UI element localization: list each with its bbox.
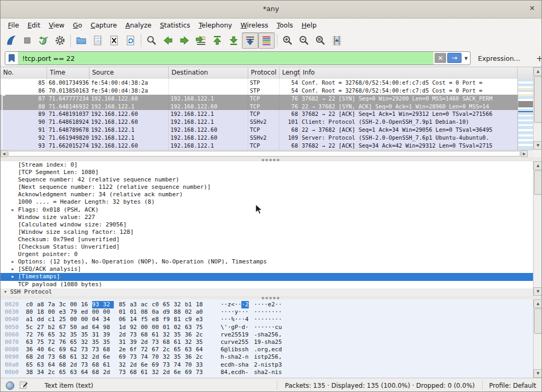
bytes-vscrollbar[interactable]: ▲ ▼	[533, 299, 542, 378]
menu-telephony[interactable]: Telephony	[194, 20, 236, 31]
packet-list-minimap[interactable]	[518, 79, 533, 150]
detail-line-11[interactable]: [Checksum Status: Unverified]	[1, 243, 533, 251]
collapsed-arrow-icon[interactable]: ▶	[12, 206, 14, 214]
collapsed-arrow-icon[interactable]: ▶	[12, 258, 14, 266]
packet-list-hscroll-thumb[interactable]	[8, 151, 520, 157]
hex-row-00a0[interactable]: 00a0656364682d736861322d6e6973747033ecdh…	[1, 361, 533, 369]
go-to-packet-button[interactable]	[193, 32, 209, 49]
packet-list-hscrollbar[interactable]: ◀ ▶	[1, 150, 533, 157]
auto-scroll-button[interactable]	[242, 32, 258, 49]
scroll-up-icon[interactable]: ▲	[534, 67, 542, 76]
menu-view[interactable]: View	[44, 20, 69, 31]
packet-row-86[interactable]: 8670.013850163fe:54:00:d4:38:2aSTP54Conf…	[1, 87, 518, 95]
zoom-original-button[interactable]	[312, 32, 329, 49]
detail-line-2[interactable]: Sequence number: 42 (relative sequence n…	[1, 176, 533, 184]
collapsed-arrow-icon[interactable]: ▶	[12, 273, 14, 280]
packet-row-85[interactable]: 8568.001734936fe:54:00:d4:38:2aSTP54Conf…	[1, 79, 518, 87]
packet-row-87[interactable]: 8771.647777234192.168.122.60192.168.122.…	[1, 95, 518, 103]
packet-list-vscroll-thumb[interactable]	[534, 76, 542, 123]
menu-edit[interactable]: Edit	[23, 20, 44, 31]
packet-row-91[interactable]: 9171.648789678192.168.122.1192.168.122.6…	[1, 126, 518, 134]
hex-row-0070[interactable]: 0070637572766532353531392d7368613235curv…	[1, 339, 533, 346]
expression-button[interactable]: Expression...	[478, 54, 520, 62]
filter-dropdown-icon[interactable]: ▼	[462, 52, 470, 65]
menu-capture[interactable]: Capture	[86, 20, 121, 31]
detail-line-17[interactable]: ▼SSH Protocol	[1, 288, 533, 296]
column-header-source[interactable]: Source	[89, 67, 169, 79]
scroll-left-icon[interactable]: ◀	[1, 150, 7, 157]
hex-row-0050[interactable]: 00505c27b26750ad64981d92000001026375\'·g…	[1, 324, 533, 331]
stop-capture-button[interactable]	[19, 32, 35, 49]
scroll-down-icon[interactable]: ▼	[534, 287, 542, 296]
details-vscrollbar[interactable]: ▲ ▼	[533, 161, 542, 296]
add-filter-button[interactable]: +	[534, 53, 542, 63]
menu-help[interactable]: Help	[297, 20, 321, 31]
go-first-button[interactable]	[209, 32, 225, 49]
filter-bookmark-icon[interactable]	[5, 52, 19, 65]
filter-apply-button[interactable]: →	[447, 53, 462, 63]
close-file-button[interactable]	[106, 32, 122, 49]
scroll-up-icon[interactable]: ▲	[534, 161, 542, 170]
find-packet-button[interactable]	[143, 32, 160, 49]
hex-row-00b0[interactable]: 00b038342c656364682d736861322d6e697384,e…	[1, 369, 533, 376]
menu-statistics[interactable]: Statistics	[156, 20, 194, 31]
open-file-button[interactable]	[73, 32, 89, 49]
detail-line-4[interactable]: Acknowledgment number: 34 (relative ack …	[1, 191, 533, 198]
detail-line-5[interactable]: 1000 .... = Header Length: 32 bytes (8)	[1, 198, 533, 206]
detail-line-16[interactable]: TCP payload (1080 bytes)	[1, 281, 533, 288]
save-file-button[interactable]: 010111010110	[89, 32, 106, 49]
packet-row-88[interactable]: 8871.648146932192.168.122.1192.168.122.6…	[1, 103, 518, 111]
column-header-info[interactable]: Info	[300, 67, 518, 79]
detail-line-13[interactable]: ▶Options: (12 bytes), No-Operation (NOP)…	[1, 258, 533, 266]
detail-line-9[interactable]: [Window size scaling factor: 128]	[1, 229, 533, 236]
hex-row-0040[interactable]: 0040a1ddc125000004340614f5e8f981c9e3···%…	[1, 316, 533, 323]
detail-line-7[interactable]: Window size value: 227	[1, 214, 533, 221]
scroll-down-icon[interactable]: ▼	[534, 141, 542, 150]
collapsed-arrow-icon[interactable]: ▶	[12, 266, 14, 273]
display-filter-input[interactable]: !tcp.port == 22	[19, 52, 433, 65]
detail-line-1[interactable]: [TCP Segment Len: 1080]	[1, 169, 533, 176]
go-back-button[interactable]	[160, 32, 176, 49]
detail-line-0[interactable]: [Stream index: 0]	[1, 161, 533, 169]
close-window-button[interactable]: ✕	[529, 4, 535, 12]
hex-row-0080[interactable]: 008036406c69627373682e6f72672c6563646@li…	[1, 346, 533, 353]
capture-options-button[interactable]	[52, 32, 68, 49]
packet-row-93[interactable]: 9371.662015274192.168.122.60192.168.122.…	[1, 142, 518, 150]
detail-line-3[interactable]: [Next sequence number: 1122 (relative se…	[1, 184, 533, 191]
reload-file-button[interactable]	[122, 32, 139, 49]
column-header-no[interactable]: No.	[1, 67, 47, 79]
restart-capture-button[interactable]	[35, 32, 52, 49]
filter-clear-button[interactable]: ✕	[435, 53, 446, 63]
packet-row-89[interactable]: 8971.648191037192.168.122.60192.168.122.…	[1, 110, 518, 118]
menu-wireless[interactable]: Wireless	[237, 20, 273, 31]
hex-row-0060[interactable]: 006072766532353531392d7368613235362crve2…	[1, 331, 533, 339]
column-header-protocol[interactable]: Protocol	[248, 67, 279, 79]
bytes-vscroll-thumb[interactable]	[534, 308, 542, 334]
detail-line-14[interactable]: ▶[SEQ/ACK analysis]	[1, 266, 533, 273]
detail-line-6[interactable]: ▶Flags: 0x018 (PSH, ACK)	[1, 206, 533, 214]
packet-row-90[interactable]: 9071.648618924192.168.122.60192.168.122.…	[1, 118, 518, 126]
packet-row-92[interactable]: 9271.661949820192.168.122.1192.168.122.6…	[1, 134, 518, 142]
capture-comment-icon[interactable]	[20, 381, 28, 390]
start-capture-button[interactable]	[3, 32, 19, 49]
pane-splitter-top[interactable]: ●●●●●	[1, 157, 541, 161]
packet-list-vscrollbar[interactable]: ▲ ▼	[533, 67, 542, 150]
detail-line-12[interactable]: Urgent pointer: 0	[1, 251, 533, 258]
colorize-button[interactable]	[258, 32, 275, 49]
detail-line-15[interactable]: ▶[Timestamps]	[1, 273, 533, 280]
column-header-destination[interactable]: Destination	[169, 67, 248, 79]
column-header-length[interactable]: Length	[279, 67, 300, 79]
scroll-right-icon[interactable]: ▶	[521, 150, 528, 157]
menu-file[interactable]: File	[4, 20, 23, 31]
go-forward-button[interactable]	[176, 32, 193, 49]
resize-columns-button[interactable]	[329, 32, 345, 49]
expanded-arrow-icon[interactable]: ▼	[4, 288, 6, 296]
menu-go[interactable]: Go	[69, 20, 86, 31]
scroll-up-icon[interactable]: ▲	[534, 299, 542, 308]
go-last-button[interactable]	[225, 32, 242, 49]
expert-info-icon[interactable]	[6, 381, 14, 390]
detail-line-8[interactable]: [Calculated window size: 29056]	[1, 221, 533, 229]
hex-row-0030[interactable]: 0030801800e379ed00000101080ad98802a0····…	[1, 308, 533, 316]
scroll-down-icon[interactable]: ▼	[534, 369, 542, 378]
menu-tools[interactable]: Tools	[273, 20, 297, 31]
